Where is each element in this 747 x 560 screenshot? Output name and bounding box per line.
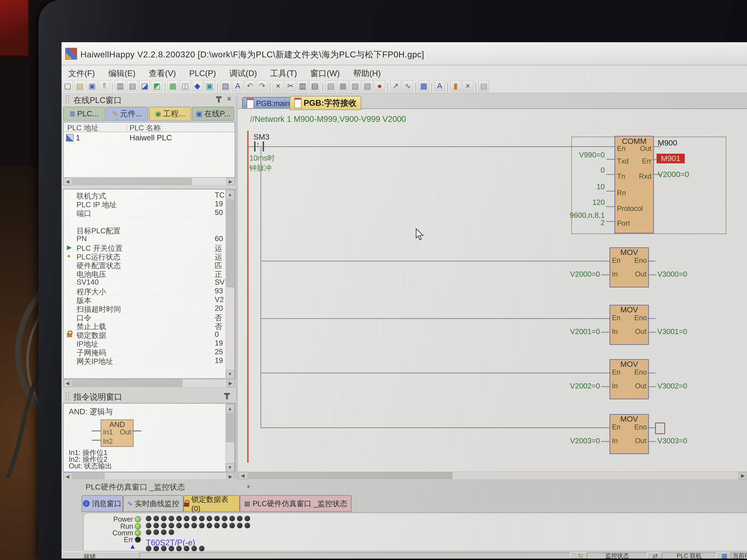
table-row[interactable]: 1 Haiwell PLC	[63, 132, 235, 144]
font-button[interactable]: A	[434, 80, 445, 92]
menu-item-1[interactable]: 编辑(E)	[102, 65, 142, 79]
contact-label[interactable]: SM3	[254, 133, 269, 141]
property-row[interactable]: IP地址19	[64, 339, 225, 347]
property-row[interactable]: PLC IP 地址19	[64, 199, 225, 208]
comm-output-label[interactable]: M900	[658, 138, 677, 148]
property-row[interactable]	[64, 217, 225, 225]
tab-pgb-main[interactable]: PGB:main	[242, 97, 294, 110]
cut-button[interactable]: ✂	[285, 80, 296, 92]
property-row[interactable]: 网关IP地址19	[64, 356, 225, 365]
property-row[interactable]: 口令否	[64, 313, 225, 321]
status-plc-link[interactable]: PLC 联机	[662, 553, 717, 559]
dock-splitter[interactable]	[236, 96, 238, 479]
mov-block-0[interactable]: MOVEnEnoInOut	[610, 247, 649, 287]
mov-output-value[interactable]: V3001=0	[657, 327, 687, 336]
mov-output-value[interactable]: V3003=0	[657, 437, 687, 445]
compile-button[interactable]: ▦	[167, 80, 178, 92]
pin-icon[interactable]	[218, 96, 220, 103]
menu-item-4[interactable]: 调试(D)	[223, 65, 264, 79]
verify-button[interactable]: ▨	[220, 80, 231, 92]
scroll-thumb[interactable]	[72, 380, 182, 387]
ladder-canvas[interactable]: //Network 1 M900-M999,V900-V999 V2000 SM…	[238, 109, 747, 472]
find-button[interactable]: A	[232, 80, 243, 92]
upload-plc-button[interactable]: ◆	[192, 80, 203, 92]
property-row[interactable]: SV140SV	[64, 277, 225, 287]
property-row[interactable]: 程序大小93	[64, 286, 225, 295]
dock-tab-3[interactable]: ▣在线P...	[192, 107, 234, 121]
print-button[interactable]: ▥	[115, 80, 126, 92]
scroll-down-arrow[interactable]: ▼	[226, 370, 234, 378]
menu-item-6[interactable]: 窗口(W)	[304, 65, 346, 79]
scroll-thumb[interactable]	[248, 472, 453, 479]
bottom-tab-3[interactable]: ▦PLC硬件仿真窗口 _监控状态	[240, 495, 352, 512]
menu-item-5[interactable]: 工具(T)	[264, 65, 304, 79]
menu-item-7[interactable]: 帮助(H)	[346, 65, 387, 79]
scroll-right-arrow[interactable]: ▶	[226, 379, 235, 387]
property-row[interactable]: ●PLC运行状态运	[64, 251, 225, 260]
scroll-right-arrow[interactable]: ▶	[739, 472, 747, 479]
property-row[interactable]: 联机方式TC	[64, 191, 225, 199]
scroll-down-arrow[interactable]: ▼	[226, 463, 234, 472]
mov-block-3[interactable]: MOVEnEnoInOut	[610, 414, 649, 454]
delete-button[interactable]: ×	[273, 80, 284, 92]
save-button[interactable]: ▣	[86, 80, 98, 92]
status-current-plc[interactable]: 当前PLC:Haiw	[731, 553, 747, 559]
instruction-vscrollbar[interactable]: ▲ ▼	[226, 403, 235, 473]
property-row[interactable]: 子网掩码25	[64, 347, 225, 356]
copy-button[interactable]: ▥	[297, 80, 308, 92]
scroll-thumb[interactable]	[226, 199, 234, 287]
property-row[interactable]: 扫描超时时间20	[64, 304, 225, 313]
dock-tab-0[interactable]: ≣PLC...	[63, 107, 105, 121]
clipboard-view-button[interactable]: ▤	[478, 80, 489, 92]
property-row[interactable]: 目标PLC配置	[64, 225, 225, 234]
mov-input-value[interactable]: V2002=0	[526, 382, 600, 390]
bottom-tab-2[interactable]: 锁定数据表 (0)	[183, 495, 240, 512]
scroll-thumb[interactable]	[226, 414, 234, 442]
close-x-button[interactable]: ×	[462, 80, 473, 92]
property-row[interactable]: 端口50	[64, 208, 225, 217]
status-monitor-state[interactable]: 监控状态	[587, 553, 647, 559]
pin-icon[interactable]	[226, 393, 228, 399]
close-icon[interactable]: ×	[227, 94, 232, 103]
property-row[interactable]: PN60	[64, 234, 225, 243]
property-row[interactable]: 电池电压正	[64, 269, 225, 278]
delete-network-button[interactable]: ▧	[350, 80, 361, 92]
property-row[interactable]: 版本V2	[64, 295, 225, 304]
drag-grip[interactable]	[66, 95, 69, 103]
mov-input-value[interactable]: V2000=0	[526, 270, 600, 278]
property-row[interactable]: 硬件配置状态匹	[64, 260, 225, 269]
comm-input-value[interactable]: 10	[531, 183, 605, 191]
new-file-button[interactable]: ▢	[62, 80, 73, 92]
tab-pgb-char-receive[interactable]: PGB:字符接收	[290, 96, 361, 110]
paste-button[interactable]: ▤	[309, 80, 320, 92]
comm-input-value[interactable]: 9600,n,8,1	[531, 211, 605, 219]
scroll-left-arrow[interactable]: ◀	[63, 178, 72, 185]
menu-item-3[interactable]: PLC(P)	[183, 66, 223, 78]
comm-block[interactable]: COMMEnTxdTnRnProtocolPortOutErrRxd	[615, 136, 654, 233]
properties-hscrollbar[interactable]: ◀ ▶	[63, 379, 235, 388]
scroll-up-arrow[interactable]: ▲	[226, 190, 234, 199]
mov-input-value[interactable]: V2001=0	[526, 327, 600, 336]
mov-output-value[interactable]: V3000=0	[657, 270, 687, 278]
waveform-button[interactable]: ∿	[402, 80, 413, 92]
ladder-hscrollbar[interactable]: ◀ ▶	[238, 472, 747, 480]
comm-input-value[interactable]: 2	[531, 218, 605, 227]
property-row[interactable]: 禁止上载否	[64, 321, 225, 330]
save-all-button[interactable]: ⇑	[99, 80, 110, 92]
property-row[interactable]: 锁定数据0	[64, 330, 225, 339]
network-comment-button[interactable]: ▨	[362, 80, 373, 92]
scroll-thumb[interactable]	[72, 178, 191, 185]
comm-output-error[interactable]: M901	[656, 154, 685, 163]
scroll-thumb[interactable]	[72, 473, 104, 480]
print-preview-button[interactable]: ▤	[127, 80, 138, 92]
pen-tool-button[interactable]: ↗	[390, 80, 401, 92]
plc-table-hscrollbar[interactable]: ◀ ▶	[63, 178, 235, 186]
scroll-up-arrow[interactable]: ▲	[226, 404, 234, 413]
append-network-button[interactable]: ▦	[337, 80, 349, 92]
download-plc-button[interactable]: ◫	[180, 80, 191, 92]
redo-button[interactable]: ↷	[257, 80, 268, 92]
export-file-button[interactable]: ◪	[139, 80, 150, 92]
mov-output-value[interactable]: V3002=0	[657, 382, 687, 390]
run-stop-button[interactable]: ●	[374, 80, 385, 92]
mov-block-2[interactable]: MOVEnEnoInOut	[610, 359, 649, 399]
